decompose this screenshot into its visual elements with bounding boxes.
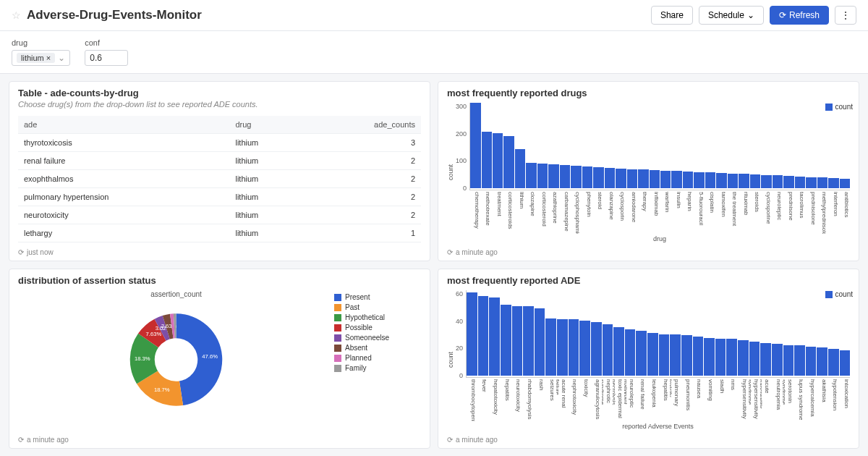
bar[interactable] (749, 342, 760, 376)
legend-item[interactable]: Hypothetical (334, 313, 421, 321)
bar[interactable] (503, 136, 514, 188)
bar[interactable] (537, 164, 548, 188)
table-row[interactable]: pulmonary hypertensionlithium2 (18, 188, 421, 206)
bar[interactable] (715, 339, 726, 376)
bar[interactable] (704, 338, 715, 376)
refresh-button[interactable]: ⟳ Refresh (770, 6, 829, 25)
drug-tag[interactable]: lithium × (17, 53, 55, 63)
bar[interactable] (795, 177, 805, 188)
bar[interactable] (683, 172, 693, 188)
conf-input[interactable]: 0.6 (85, 50, 128, 66)
bar[interactable] (694, 172, 704, 188)
table-row[interactable]: neurotoxicitylithium2 (18, 206, 421, 224)
bar[interactable] (627, 169, 637, 188)
bar[interactable] (638, 169, 648, 188)
bar[interactable] (493, 133, 503, 188)
bar[interactable] (705, 172, 715, 188)
star-icon[interactable]: ☆ (12, 9, 21, 21)
bar[interactable] (772, 344, 783, 376)
bar[interactable] (750, 174, 760, 188)
bar[interactable] (817, 347, 827, 376)
bar[interactable] (817, 177, 827, 188)
legend-item[interactable]: Family (334, 364, 421, 372)
bar[interactable] (761, 175, 771, 188)
bar[interactable] (569, 319, 579, 376)
legend-item[interactable]: Possible (334, 324, 421, 332)
bar[interactable] (650, 170, 660, 188)
bar[interactable] (523, 306, 534, 376)
table-row[interactable]: lethargylithium1 (18, 224, 421, 242)
bar[interactable] (760, 343, 771, 376)
x-tick-label: warfarin (660, 190, 671, 234)
drug-filter-select[interactable]: lithium × ⌄ (12, 50, 70, 66)
bar[interactable] (806, 347, 817, 376)
bar[interactable] (828, 178, 838, 188)
bar[interactable] (773, 175, 783, 188)
bar[interactable] (478, 296, 489, 376)
bar[interactable] (548, 164, 558, 188)
x-tick-label: toxicity (579, 378, 590, 421)
col-drug[interactable]: drug (229, 116, 305, 134)
x-tick-label: cyclosporine (761, 190, 772, 234)
table-row[interactable]: renal failurelithium2 (18, 152, 421, 170)
legend-item[interactable]: Someoneelse (334, 334, 421, 342)
bar[interactable] (582, 166, 592, 188)
bar[interactable] (693, 337, 704, 376)
bar[interactable] (625, 329, 636, 376)
bar[interactable] (526, 163, 536, 188)
bar[interactable] (840, 179, 850, 188)
bar[interactable] (738, 340, 749, 376)
bar[interactable] (636, 331, 647, 376)
bar[interactable] (840, 350, 851, 376)
bar[interactable] (482, 132, 492, 188)
bar[interactable] (716, 173, 726, 188)
bar[interactable] (659, 334, 670, 376)
bar[interactable] (794, 345, 805, 376)
col-ade[interactable]: ade (18, 116, 229, 134)
bar[interactable] (726, 339, 737, 376)
legend-item[interactable]: Absent (334, 344, 421, 352)
bar[interactable] (681, 335, 692, 376)
refresh-label: Refresh (789, 10, 820, 20)
bar[interactable] (671, 171, 681, 188)
bar[interactable] (560, 165, 570, 188)
legend-item[interactable]: Planned (334, 354, 421, 362)
bar[interactable] (613, 327, 624, 376)
bar[interactable] (660, 171, 671, 188)
bar[interactable] (605, 168, 615, 188)
x-tick-label: phenytoin (582, 190, 592, 234)
legend-item[interactable]: Present (334, 293, 421, 301)
bar[interactable] (593, 167, 603, 188)
bar[interactable] (571, 166, 581, 188)
bar[interactable] (647, 333, 658, 376)
bar[interactable] (512, 306, 523, 376)
schedule-button[interactable]: Schedule ⌄ (699, 6, 764, 25)
share-button[interactable]: Share (651, 6, 693, 25)
close-icon[interactable]: × (46, 54, 51, 62)
bar[interactable] (739, 174, 749, 188)
legend-item[interactable]: Past (334, 303, 421, 311)
bar[interactable] (828, 349, 839, 376)
bar[interactable] (806, 177, 816, 189)
bar[interactable] (470, 103, 480, 188)
bar[interactable] (616, 169, 626, 188)
bar[interactable] (670, 334, 681, 376)
bar[interactable] (489, 297, 500, 376)
bar[interactable] (535, 308, 545, 376)
bar[interactable] (467, 292, 477, 376)
bar[interactable] (545, 318, 556, 376)
bar[interactable] (783, 345, 794, 376)
col-counts[interactable]: ade_counts (305, 116, 421, 134)
table-row[interactable]: thyrotoxicosislithium3 (18, 134, 421, 152)
more-button[interactable]: ⋮ (835, 6, 856, 25)
bar[interactable] (501, 305, 511, 376)
donut-center-label: assertion_count (18, 290, 334, 298)
bar[interactable] (783, 176, 793, 188)
bar[interactable] (603, 324, 613, 376)
bar[interactable] (515, 149, 525, 188)
table-row[interactable]: exophthalmoslithium2 (18, 170, 421, 188)
bar[interactable] (557, 319, 568, 376)
bar[interactable] (579, 321, 590, 376)
bar[interactable] (728, 174, 738, 188)
bar[interactable] (591, 322, 602, 376)
